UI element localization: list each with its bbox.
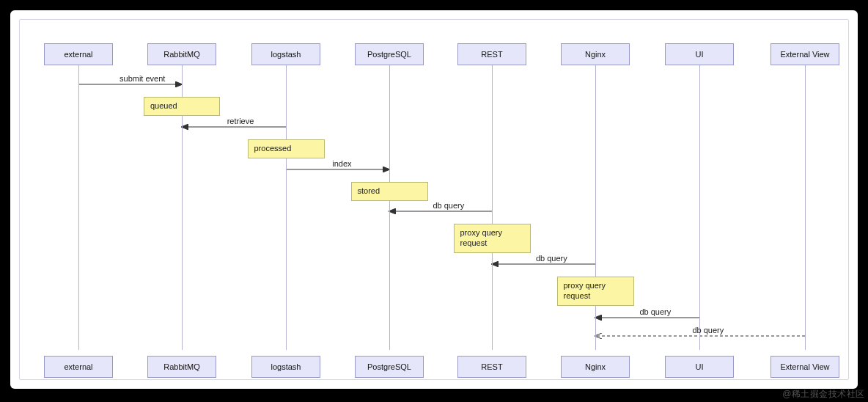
- lifeline-logstash: [286, 65, 287, 350]
- participant-logstash-top: logstash: [251, 43, 320, 65]
- message-label-4: db query: [536, 254, 567, 263]
- participant-label: logstash: [271, 362, 301, 371]
- note-4: proxy queryrequest: [557, 277, 634, 306]
- message-label-2: index: [332, 159, 351, 168]
- lifeline-rest: [492, 65, 493, 350]
- participant-label: UI: [696, 362, 704, 371]
- participant-rabbitmq-bottom: RabbitMQ: [147, 356, 216, 378]
- participant-label: RabbitMQ: [163, 362, 200, 371]
- participant-postgresql-top: PostgreSQL: [355, 43, 424, 65]
- note-text: proxy query: [460, 228, 524, 238]
- participant-label: Nginx: [585, 50, 606, 59]
- note-text: request: [460, 238, 524, 249]
- message-label-5: db query: [639, 307, 671, 316]
- participant-label: Nginx: [585, 362, 606, 371]
- participant-postgresql-bottom: PostgreSQL: [355, 356, 424, 378]
- note-3: proxy queryrequest: [454, 224, 531, 253]
- note-1: processed: [248, 139, 325, 158]
- lifeline-nginx: [595, 65, 596, 350]
- message-label-6: db query: [692, 326, 724, 335]
- participant-label: External View: [780, 362, 829, 371]
- message-label-3: db query: [433, 201, 464, 210]
- card-outer: externalexternalRabbitMQRabbitMQlogstash…: [10, 10, 858, 389]
- participant-external_view-top: External View: [770, 43, 839, 65]
- participant-external-top: external: [44, 43, 113, 65]
- note-text: proxy query: [564, 281, 628, 291]
- diagram-canvas: externalexternalRabbitMQRabbitMQlogstash…: [19, 19, 849, 380]
- participant-logstash-bottom: logstash: [251, 356, 320, 378]
- participant-label: RabbitMQ: [163, 50, 200, 59]
- note-text: stored: [358, 186, 422, 197]
- lifeline-postgresql: [389, 65, 390, 350]
- participant-label: external: [64, 362, 92, 371]
- message-label-0: submit event: [119, 74, 165, 83]
- note-text: request: [564, 291, 628, 302]
- participant-nginx-top: Nginx: [561, 43, 630, 65]
- participant-rest-top: REST: [457, 43, 526, 65]
- watermark: @稀土掘金技术社区: [782, 388, 865, 401]
- participant-nginx-bottom: Nginx: [561, 356, 630, 378]
- note-text: processed: [254, 144, 318, 154]
- message-label-1: retrieve: [227, 117, 254, 125]
- note-0: queued: [144, 97, 220, 116]
- lifeline-ui: [699, 65, 700, 350]
- lifeline-external_view: [805, 65, 806, 350]
- participant-label: External View: [780, 50, 829, 59]
- participant-rest-bottom: REST: [457, 356, 526, 378]
- participant-external_view-bottom: External View: [770, 356, 839, 378]
- participant-label: logstash: [271, 50, 301, 59]
- participant-label: REST: [481, 50, 502, 59]
- participant-label: PostgreSQL: [367, 362, 411, 371]
- participant-external-bottom: external: [44, 356, 113, 378]
- participant-label: PostgreSQL: [367, 50, 411, 59]
- participant-label: external: [64, 50, 92, 59]
- participant-ui-bottom: UI: [665, 356, 734, 378]
- participant-label: REST: [481, 362, 502, 371]
- participant-label: UI: [696, 50, 704, 59]
- lifeline-external: [78, 65, 79, 350]
- participant-ui-top: UI: [665, 43, 734, 65]
- note-2: stored: [351, 182, 428, 201]
- note-text: queued: [150, 101, 213, 112]
- participant-rabbitmq-top: RabbitMQ: [147, 43, 216, 65]
